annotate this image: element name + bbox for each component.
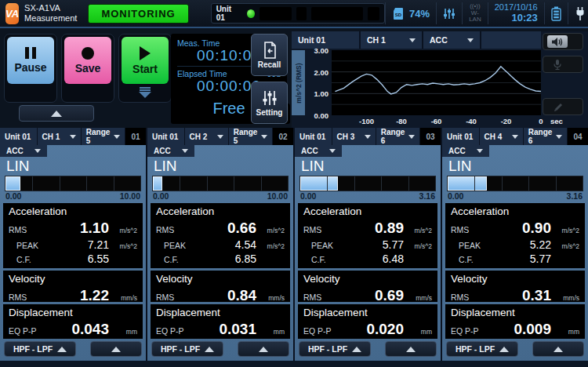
microphone-toggle[interactable] (543, 56, 583, 73)
chart-mode-select[interactable]: ACC (423, 31, 480, 49)
range-select[interactable]: Range 5 (229, 128, 272, 145)
wlan-icon: ((•)) W-LAN (469, 3, 481, 24)
mixer-group[interactable] (436, 2, 462, 24)
channel-footer: HPF - LPF (0, 339, 146, 361)
pause-button[interactable]: Pause (7, 37, 54, 84)
velocity-unit: mm/s (551, 294, 579, 302)
hpf-lpf-button[interactable]: HPF - LPF (4, 341, 76, 357)
unit-monitor-label: Unit 01 (216, 5, 242, 22)
channel-select[interactable]: CH 1 (38, 128, 81, 145)
range-select[interactable]: Range 6 (376, 128, 419, 145)
pause-button-frame: Pause (4, 34, 57, 103)
displacement-unit: mm (404, 328, 432, 336)
chevron-down-icon (365, 135, 371, 139)
power-plug-icon (575, 6, 586, 21)
velocity-rms-label: RMS (303, 293, 344, 302)
channel-number-badge: 02 (273, 128, 293, 145)
meter-divider (114, 176, 114, 191)
mode-select[interactable]: ACC (295, 145, 342, 157)
channel-header: Unit 01 CH 3 Range 6 03 (295, 128, 441, 145)
y-tick-label: 2.00 (314, 67, 329, 76)
channel-select-value: CH 4 (485, 133, 503, 141)
range-select[interactable]: Range 6 (524, 128, 567, 145)
channel-select[interactable]: CH 3 (332, 128, 376, 145)
datetime-display: 2017/10/16 10:23 (495, 2, 538, 24)
power-group (568, 2, 588, 24)
range-select[interactable]: Range 5 (82, 128, 125, 145)
channel-select[interactable]: CH 4 (480, 128, 523, 145)
acceleration-title: Acceleration (9, 205, 137, 219)
meter-scale: 0.00 10.00 (147, 191, 293, 201)
recall-button[interactable]: Recall (251, 34, 288, 76)
meter-scale-min: 0.00 (5, 191, 21, 201)
setting-button[interactable]: Setting (251, 82, 288, 124)
marker-pen-toggle[interactable] (543, 98, 583, 115)
start-options-expander[interactable] (122, 85, 169, 100)
range-select-value: Range 6 (381, 128, 408, 145)
x-axis: -100-80-60-40-200sec (332, 116, 541, 128)
meter-divider (354, 176, 355, 191)
meter-divider (207, 176, 208, 191)
displacement-label: EQ P-P (9, 326, 49, 336)
meter-scale-min: 0.00 (153, 191, 169, 201)
chart-channel-select[interactable]: CH 1 (361, 31, 422, 49)
accel-cf-value: 6.48 (344, 253, 404, 265)
mode-select[interactable]: ACC (442, 145, 489, 157)
chevron-down-icon (556, 135, 562, 139)
accel-cf-label: C.F. (156, 255, 197, 264)
velocity-rms-value: 1.22 (49, 287, 109, 304)
unit-level-monitor[interactable]: Unit 01 (211, 3, 385, 24)
accel-rms-unit: m/s^2 (404, 227, 432, 234)
date-value: 2017/10/16 (495, 2, 538, 13)
chevron-up-icon (499, 347, 509, 352)
acceleration-block: Acceleration RMS 0.89 m/s^2 PEAK 5.77 m/… (298, 203, 437, 268)
accel-peak-label: PEAK (303, 241, 344, 250)
meter-divider (556, 176, 557, 191)
y-tick-label: 1.00 (314, 89, 329, 98)
expand-channel-button[interactable] (90, 341, 142, 357)
mode-select[interactable]: ACC (147, 145, 194, 157)
wlan-label: W-LAN (469, 10, 481, 24)
acceleration-title: Acceleration (156, 205, 285, 219)
chevron-up-icon (554, 347, 563, 352)
displacement-label: EQ P-P (156, 326, 197, 336)
velocity-rms-value: 0.84 (197, 287, 256, 304)
hpf-lpf-button[interactable]: HPF - LPF (299, 341, 371, 357)
start-button[interactable]: Start (122, 37, 169, 84)
accel-peak-value: 5.22 (492, 238, 551, 251)
accel-cf-label: C.F. (451, 255, 492, 264)
range-select-value: Range 5 (86, 128, 114, 145)
expand-channel-button[interactable] (385, 341, 437, 357)
velocity-block: Velocity RMS 1.22 mm/s (3, 271, 143, 302)
meter-scale-max: 10.00 (267, 191, 288, 201)
speaker-toggle[interactable] (543, 33, 583, 50)
collapse-panel-button[interactable] (19, 105, 94, 122)
channel-footer: HPF - LPF (295, 339, 441, 361)
mode-select[interactable]: ACC (0, 145, 47, 157)
velocity-rms-label: RMS (156, 293, 197, 302)
save-button[interactable]: Save (64, 37, 111, 84)
acceleration-title: Acceleration (451, 205, 579, 219)
setting-sliders-icon (262, 89, 278, 107)
bar-fill (153, 176, 162, 191)
sd-capacity-percent: 74% (409, 8, 430, 20)
sd-card-icon: SD (392, 7, 405, 20)
bar-fill (448, 176, 487, 191)
channel-select[interactable]: CH 2 (185, 128, 228, 145)
level-bar-meter (5, 176, 141, 191)
accel-peak-unit: m/s^2 (404, 242, 432, 250)
accel-cf-label: C.F. (9, 255, 49, 264)
channel-subheader: ACC (295, 145, 441, 157)
acceleration-block: Acceleration RMS 0.90 m/s^2 PEAK 5.22 m/… (445, 203, 585, 268)
accel-peak-label: PEAK (451, 241, 492, 250)
chart-unit-text: Unit 01 (298, 35, 325, 45)
channel-header: Unit 01 CH 1 Range 5 01 (0, 128, 146, 145)
hpf-lpf-button[interactable]: HPF - LPF (446, 341, 518, 357)
bar-fill (300, 176, 338, 191)
expand-channel-button[interactable] (532, 341, 584, 357)
accel-rms-unit: m/s^2 (109, 227, 137, 234)
meter-scale-max: 3.16 (567, 191, 583, 201)
hpf-lpf-button[interactable]: HPF - LPF (151, 341, 223, 357)
channel-unit-label: Unit 01 (0, 128, 37, 145)
expand-channel-button[interactable] (238, 341, 289, 357)
